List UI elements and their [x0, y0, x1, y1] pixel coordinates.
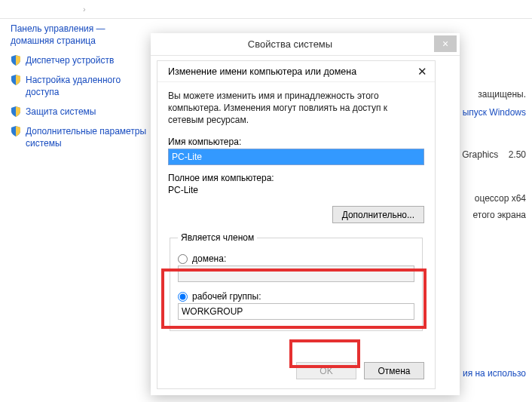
workgroup-radio-row[interactable]: рабочей группы: — [178, 291, 414, 302]
modal-titlebar: Свойства системы × — [151, 33, 460, 56]
ok-button[interactable]: OK — [296, 362, 356, 379]
shield-icon — [11, 55, 21, 66]
background-right-column: защищены. ыпуск Windows Graphics 2.50 оц… — [460, 0, 532, 402]
computer-name-label: Имя компьютера: — [168, 137, 424, 147]
workgroup-radio-label: рабочей группы: — [192, 291, 261, 302]
system-properties-modal: Свойства системы × Изменение имени компь… — [151, 33, 460, 395]
address-bar: › — [0, 0, 532, 19]
dialog-header: Изменение имени компьютера или домена ✕ — [157, 61, 435, 82]
bg-graphics-label: Graphics 2.50 — [462, 149, 526, 160]
sidebar-device-manager[interactable]: Диспетчер устройств — [11, 54, 150, 66]
computer-name-input[interactable] — [168, 149, 424, 165]
shield-icon — [11, 75, 21, 85]
sidebar-system-protection[interactable]: Защита системы — [11, 106, 150, 118]
workgroup-input[interactable] — [178, 303, 414, 320]
control-panel-home-link[interactable]: Панель управления — домашняя страница — [11, 23, 150, 47]
full-computer-name-label: Полное имя компьютера: — [168, 173, 424, 183]
cancel-button[interactable]: Отмена — [364, 362, 424, 379]
domain-input — [178, 265, 414, 282]
modal-close-button[interactable]: × — [434, 35, 457, 52]
breadcrumb-chevron-icon: › — [83, 5, 86, 14]
bg-ghz-text: 2.50 — [509, 149, 526, 160]
member-of-legend: Является членом — [178, 232, 257, 243]
sidebar-item-label: Защита системы — [26, 106, 96, 117]
sidebar-item-label: Дополнительные параметры системы — [26, 126, 146, 149]
control-panel-home-line1: Панель управления — — [11, 23, 105, 34]
domain-radio-label: домена: — [192, 253, 226, 264]
sidebar-item-label: Настройка удаленного доступа — [26, 75, 121, 97]
domain-radio-row[interactable]: домена: — [178, 253, 414, 264]
full-computer-name-value: PC-Lite — [168, 185, 424, 195]
member-of-fieldset: Является членом домена: рабочей группы: — [170, 232, 423, 331]
bg-release-link[interactable]: ыпуск Windows — [463, 107, 526, 118]
dialog-close-button[interactable]: ✕ — [414, 64, 430, 79]
workgroup-radio[interactable] — [178, 292, 188, 302]
modal-title: Свойства системы — [151, 38, 430, 50]
control-panel-sidebar: Панель управления — домашняя страница Ди… — [11, 23, 150, 157]
dialog-title: Изменение имени компьютера или домена — [168, 66, 356, 77]
dialog-footer: OK Отмена — [296, 362, 424, 379]
rename-dialog: Изменение имени компьютера или домена ✕ … — [157, 60, 436, 389]
sidebar-advanced-system[interactable]: Дополнительные параметры системы — [11, 125, 150, 149]
sidebar-remote-settings[interactable]: Настройка удаленного доступа — [11, 74, 150, 98]
shield-icon — [11, 126, 21, 137]
bg-screen-text: етого экрана — [473, 210, 526, 220]
bg-license-link[interactable]: ия на использо — [463, 368, 526, 379]
domain-radio[interactable] — [178, 254, 188, 264]
more-button[interactable]: Дополнительно... — [332, 206, 424, 223]
bg-text-protected: защищены. — [478, 89, 526, 100]
dialog-description: Вы можете изменить имя и принадлежность … — [168, 90, 424, 126]
full-computer-name-block: Полное имя компьютера: PC-Lite — [168, 173, 424, 195]
bg-graphics-text: Graphics — [462, 149, 498, 160]
control-panel-home-line2: домашняя страница — [11, 35, 96, 46]
sidebar-item-label: Диспетчер устройств — [26, 55, 114, 66]
shield-icon — [11, 106, 21, 117]
bg-cpu-arch: оцессор x64 — [475, 193, 526, 204]
